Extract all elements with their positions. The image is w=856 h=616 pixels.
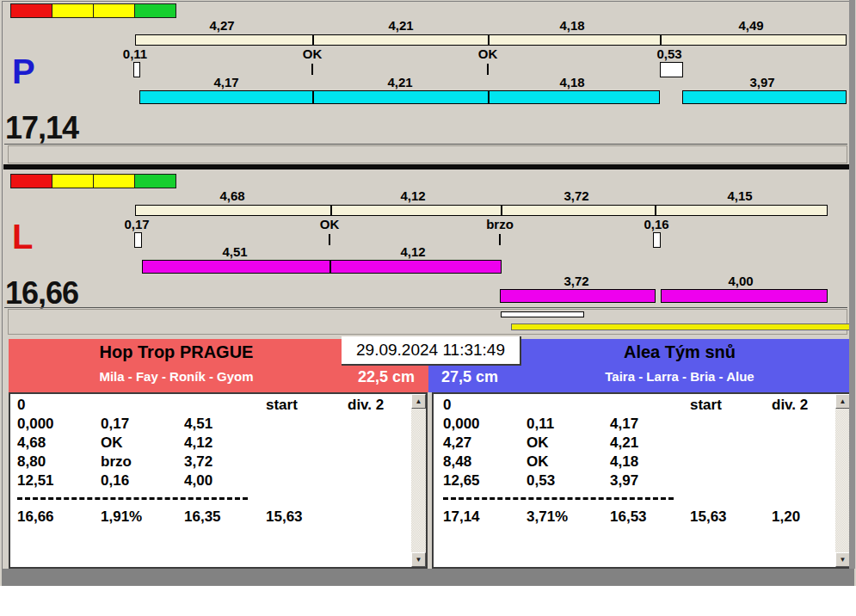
list-cell: OK: [527, 454, 549, 469]
scroll-up-icon[interactable]: ▲: [411, 394, 426, 409]
list-cell: 4,27: [443, 435, 471, 450]
lane-l-interval-bar: [135, 205, 828, 216]
list-cell: 4,18: [610, 454, 638, 469]
lane-p-interval-label: 4,18: [559, 19, 584, 32]
scrollbar-right[interactable]: ▲ ▼: [835, 394, 850, 567]
yellow-progress-bar: [511, 323, 850, 330]
scrollbar-left[interactable]: ▲ ▼: [411, 394, 426, 567]
totals-separator: [17, 497, 248, 500]
lane-p-exchange-label: OK: [478, 47, 498, 60]
lane-p-leg-label: 4,18: [559, 76, 584, 89]
lane-l-ok-tick: [329, 234, 330, 245]
lane-l-status-segment-3: [93, 174, 135, 188]
list-cell: 0,11: [527, 416, 554, 431]
exchange-tick: [655, 205, 656, 216]
list-cell: div. 2: [772, 397, 808, 412]
list-cell: start: [690, 397, 722, 412]
lane-l-interval-label: 4,12: [400, 189, 425, 202]
list-cell: 0,17: [101, 416, 129, 431]
lane-l-leg-label: 4,12: [400, 245, 425, 258]
list-total-cell: 16,35: [184, 509, 221, 524]
list-cell: 4,21: [610, 435, 638, 450]
list-cell: 0: [443, 397, 451, 412]
list-cell: 3,72: [184, 454, 212, 469]
list-cell: start: [266, 397, 298, 412]
lane-l-interval-label: 4,15: [727, 189, 752, 202]
lane-separator: [3, 164, 849, 169]
list-cell: OK: [527, 435, 549, 450]
leg-tick: [488, 90, 490, 104]
team-right-handicap: 27,5 cm: [441, 369, 498, 385]
lane-l-leg-bar: [500, 289, 656, 303]
list-cell: 4,51: [184, 416, 212, 431]
divider-line: [4, 307, 847, 308]
list-total-cell: 1,91%: [101, 509, 142, 524]
scroll-up-icon[interactable]: ▲: [835, 394, 850, 409]
lane-p-status-segment-3: [93, 3, 135, 18]
list-cell: OK: [101, 435, 123, 450]
lane-p-leg-bar: [139, 90, 660, 104]
list-cell: 8,80: [17, 454, 46, 469]
lane-p-footer-strip: [8, 145, 847, 163]
lane-p-leg-label: 4,21: [387, 76, 412, 89]
lane-p-ok-tick: [487, 64, 489, 75]
lane-l-leg-label: 4,00: [728, 274, 753, 287]
list-cell: 4,17: [610, 416, 638, 431]
totals-separator: [443, 497, 674, 500]
lane-l-leg-bar: [661, 289, 828, 303]
team-left-name: Hop Trop PRAGUE: [100, 343, 254, 360]
team-left-members: Mila - Fay - Roník - Gyom: [99, 370, 253, 383]
lane-l-exchange-label: 0,17: [124, 218, 149, 231]
lane-p-interval-label: 4,21: [388, 19, 413, 32]
scroll-down-icon[interactable]: ▼: [835, 552, 850, 567]
divider-line: [4, 144, 847, 145]
list-cell: div. 2: [348, 397, 384, 412]
window-bottom-bar: [2, 569, 854, 586]
exchange-tick: [330, 205, 332, 216]
exchange-tick: [501, 205, 502, 216]
results-list-left[interactable]: 0 start div. 2 0,000 0,17 4,51 4,68 OK 4…: [9, 392, 428, 569]
lane-p-interval-label: 4,27: [209, 19, 234, 32]
window-right-edge: [849, 0, 855, 569]
lane-l-status-segment-2: [52, 174, 94, 188]
lane-p-total-time: 17,14: [5, 113, 78, 144]
list-cell: brzo: [101, 454, 132, 469]
lane-l-early-tick: [499, 234, 501, 245]
lane-l-status-segment-4: [134, 174, 176, 188]
exchange-tick: [660, 34, 662, 46]
list-cell: 0,53: [527, 473, 555, 488]
lane-l-offset-marker: [134, 232, 142, 248]
lane-l-offset-marker: [653, 232, 661, 248]
lane-p-offset-marker: [133, 62, 140, 77]
lane-p-ok-tick: [311, 64, 313, 75]
list-total-cell: 3,71%: [527, 509, 568, 524]
lane-l-letter: L: [12, 219, 33, 254]
leg-tick: [329, 260, 331, 274]
lane-l-footer-strip: [8, 309, 847, 335]
lane-p-status-segment-1: [10, 3, 52, 18]
exchange-tick: [488, 34, 490, 46]
results-list-right[interactable]: 0 start div. 2 0,000 0,11 4,17 4,27 OK 4…: [432, 392, 852, 569]
lane-p-status-segment-2: [52, 3, 94, 18]
lane-p-exchange-label: 0,53: [656, 47, 681, 60]
timing-app-window: 4,27 4,21 4,18 4,49 0,11 OK OK 0,53 4,17…: [0, 0, 856, 586]
lane-l-leg-bar: [142, 260, 502, 274]
lane-p-exchange-label: OK: [303, 47, 323, 60]
leg-tick: [312, 90, 314, 104]
lane-l-status-segment-1: [10, 174, 52, 188]
white-progress-bar: [501, 311, 584, 317]
list-cell: 12,51: [17, 473, 54, 488]
list-cell: 12,65: [443, 473, 480, 488]
lane-p-offset-marker: [660, 62, 683, 77]
scroll-down-icon[interactable]: ▼: [411, 552, 426, 567]
list-cell: 4,00: [184, 473, 212, 488]
team-right-name: Alea Tým snů: [624, 343, 736, 360]
team-left-handicap: 22,5 cm: [358, 369, 415, 385]
list-cell: 0: [17, 397, 25, 412]
list-total-cell: 16,53: [610, 509, 647, 524]
exchange-tick: [312, 34, 314, 46]
lane-p-interval-bar: [135, 34, 847, 46]
lane-l-exchange-label: OK: [320, 218, 340, 231]
list-total-cell: 15,63: [690, 509, 727, 524]
lane-p-letter: P: [12, 54, 35, 89]
